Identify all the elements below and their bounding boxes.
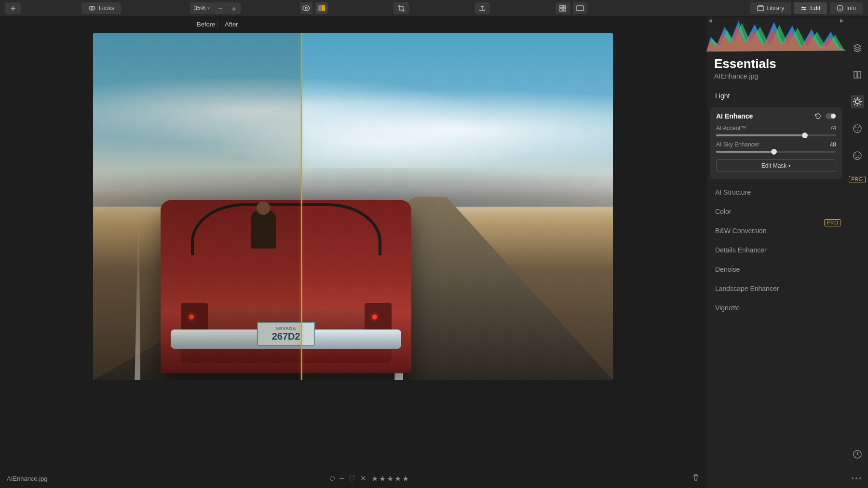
tab-info[interactable]: Info xyxy=(830,2,863,14)
svg-point-18 xyxy=(858,127,859,128)
history-icon[interactable] xyxy=(851,448,864,461)
histogram[interactable]: ◀ ▶ xyxy=(706,17,846,52)
reset-icon[interactable] xyxy=(814,113,821,119)
photo-driver xyxy=(251,210,276,249)
tool-light[interactable]: Light xyxy=(710,87,842,105)
edit-mask-button[interactable]: Edit Mask ▾ xyxy=(716,159,836,172)
favorite-button[interactable]: ♡ xyxy=(349,474,355,483)
panel-title: Essentials xyxy=(706,52,846,72)
svg-rect-9 xyxy=(758,6,763,11)
tab-info-label: Info xyxy=(846,5,856,12)
top-toolbar: Looks 35% ▾ − + xyxy=(0,0,868,17)
layers-icon[interactable] xyxy=(851,41,864,54)
svg-point-10 xyxy=(802,7,804,8)
zoom-text: 35% xyxy=(194,5,205,12)
photo-lane-left xyxy=(135,216,140,380)
ai-accent-label: AI Accent™ xyxy=(716,125,746,132)
tool-ai-structure[interactable]: AI Structure xyxy=(710,184,842,201)
reject-button[interactable]: ✕ xyxy=(360,474,366,483)
workspace-rail: PRO ••• xyxy=(846,17,868,488)
zoom-value[interactable]: 35% ▾ xyxy=(190,2,214,14)
zoom-out-button[interactable]: − xyxy=(214,2,227,14)
svg-point-17 xyxy=(855,127,856,128)
ai-accent-slider[interactable]: AI Accent™ 74 xyxy=(716,125,836,136)
tool-details[interactable]: Details Enhancer xyxy=(710,241,842,259)
ai-sky-label: AI Sky Enhancer xyxy=(716,141,759,148)
zoom-group: 35% ▾ − + xyxy=(190,2,241,14)
looks-button[interactable]: Looks xyxy=(81,2,121,14)
tool-color-label: Color xyxy=(715,208,731,215)
looks-label: Looks xyxy=(99,5,114,12)
tool-bw[interactable]: B&W Conversion xyxy=(710,222,842,239)
creative-icon[interactable] xyxy=(851,122,864,135)
tool-denoise-label: Denoise xyxy=(715,265,740,273)
tab-edit[interactable]: Edit xyxy=(794,2,827,14)
svg-rect-4 xyxy=(560,5,562,8)
chevron-down-icon: ▾ xyxy=(788,163,791,168)
crop-button[interactable] xyxy=(393,2,409,14)
canvas-area: Before After NEVADA 267D2 xyxy=(0,17,706,488)
tool-color[interactable]: Color xyxy=(710,203,842,220)
tool-ai-structure-label: AI Structure xyxy=(715,188,751,196)
ai-enhance-header[interactable]: AI Enhance xyxy=(716,112,836,120)
svg-rect-5 xyxy=(563,5,566,8)
ai-sky-value: 48 xyxy=(830,141,836,148)
chevron-down-icon: ▾ xyxy=(207,6,210,11)
image-stage[interactable]: NEVADA 267D2 xyxy=(0,31,706,469)
color-label-button[interactable] xyxy=(330,476,335,481)
zoom-in-button[interactable]: + xyxy=(227,2,241,14)
panel-filename: AIEnhance.jpg xyxy=(706,72,846,85)
canvas-panel-icon[interactable] xyxy=(851,68,864,81)
tool-vignette[interactable]: Vignette xyxy=(710,299,842,317)
ai-accent-value: 74 xyxy=(830,125,836,132)
tool-vignette-label: Vignette xyxy=(715,304,740,312)
svg-rect-7 xyxy=(563,9,566,11)
license-plate: NEVADA 267D2 xyxy=(257,322,315,346)
svg-point-16 xyxy=(854,125,861,132)
single-view-button[interactable] xyxy=(573,2,587,14)
portrait-icon[interactable] xyxy=(851,149,864,162)
add-button[interactable] xyxy=(5,2,21,14)
essentials-icon[interactable] xyxy=(851,95,864,108)
after-label: After xyxy=(225,21,238,28)
svg-point-22 xyxy=(858,155,859,156)
grid-view-button[interactable] xyxy=(556,2,570,14)
svg-rect-8 xyxy=(577,6,583,11)
photo-windshield xyxy=(191,203,381,255)
svg-point-19 xyxy=(856,130,857,131)
color-label-text: – xyxy=(339,474,344,483)
svg-rect-13 xyxy=(854,71,857,78)
ai-enhance-toggle[interactable] xyxy=(826,113,836,119)
compare-mode-buttons xyxy=(298,2,329,14)
photo-clouds xyxy=(93,72,613,168)
view-mode-buttons xyxy=(554,2,589,14)
quick-preview-button[interactable] xyxy=(300,2,312,14)
svg-point-11 xyxy=(804,9,806,10)
tool-bw-label: B&W Conversion xyxy=(715,227,767,235)
plate-number: 267D2 xyxy=(272,331,300,342)
tab-library[interactable]: Library xyxy=(750,2,791,14)
plate-state: NEVADA xyxy=(275,326,296,331)
pro-icon[interactable]: PRO xyxy=(849,176,866,183)
tool-details-label: Details Enhancer xyxy=(715,246,767,254)
rating-bar: – ♡ ✕ ★★★★★ xyxy=(330,474,410,483)
edit-mask-label: Edit Mask xyxy=(761,162,787,169)
tool-landscape[interactable]: Landscape Enhancer xyxy=(710,280,842,297)
ai-sky-slider[interactable]: AI Sky Enhancer 48 xyxy=(716,141,836,153)
tool-denoise[interactable]: Denoise xyxy=(710,261,842,278)
edited-photo: NEVADA 267D2 xyxy=(93,33,613,380)
before-label: Before xyxy=(197,21,215,28)
more-icon[interactable]: ••• xyxy=(852,475,863,482)
svg-point-3 xyxy=(305,7,307,9)
star-rating[interactable]: ★★★★★ xyxy=(371,474,410,483)
export-button[interactable] xyxy=(475,2,490,14)
compare-split-button[interactable] xyxy=(315,2,328,14)
tab-edit-label: Edit xyxy=(810,5,820,12)
svg-point-20 xyxy=(854,152,861,159)
before-after-labels: Before After xyxy=(0,17,706,31)
svg-point-15 xyxy=(855,100,859,104)
tool-ai-enhance-card: AI Enhance AI Accent™ 74 xyxy=(710,107,842,179)
compare-split-icon xyxy=(318,5,325,11)
delete-button[interactable] xyxy=(692,474,699,483)
svg-rect-14 xyxy=(858,71,861,78)
